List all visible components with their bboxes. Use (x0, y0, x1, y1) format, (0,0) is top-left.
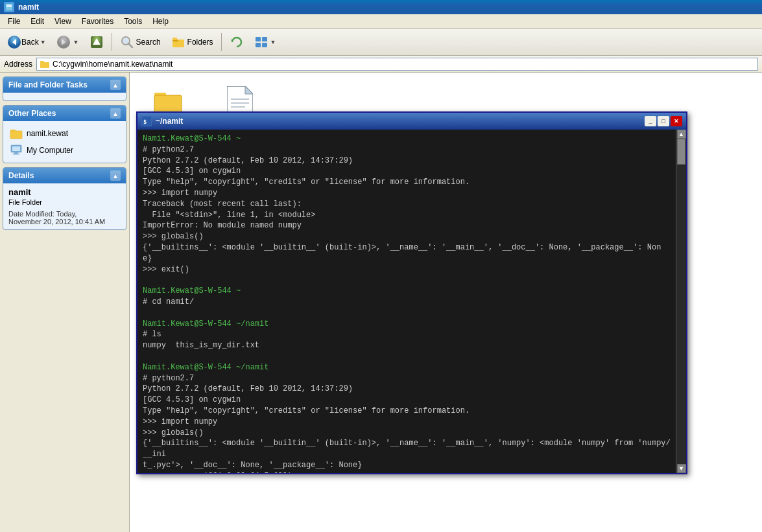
terminal-title-area: $ ~/namit (141, 116, 183, 126)
details-name: namit (8, 187, 121, 197)
back-button[interactable]: Back ▼ (3, 32, 51, 52)
svg-rect-17 (256, 43, 261, 47)
details-date-label: Date Modified: Today, November 20, 2012,… (8, 210, 121, 226)
svg-text:$: $ (143, 119, 147, 125)
sidebar-item-my-computer[interactable]: My Computer (8, 142, 121, 159)
refresh-button[interactable] (225, 32, 248, 52)
terminal-titlebar: $ ~/namit _ □ ✕ (137, 113, 686, 130)
up-button[interactable] (85, 32, 108, 52)
file-folder-tasks-title: File and Folder Tasks (8, 80, 88, 89)
term-line-1: Namit.Kewat@S-W-544 ~ (143, 133, 671, 145)
term-line-16: # cd namit/ (143, 297, 671, 308)
terminal-icon: $ (141, 116, 152, 126)
term-line-26: Type "help", "copyright", "credits" or "… (143, 406, 671, 417)
term-line-10: >>> globals() (143, 231, 671, 242)
refresh-icon (230, 35, 244, 49)
menu-file[interactable]: File (3, 16, 25, 27)
svg-rect-13 (173, 38, 177, 40)
term-line-29: {'__builtins__': <module '__builtin__' (… (143, 438, 671, 460)
search-icon (120, 35, 134, 49)
menu-favorites[interactable]: Favorites (77, 16, 119, 27)
term-line-11: {'__builtins__': <module '__builtin__' (… (143, 242, 671, 253)
term-line-20: numpy this_is_my_dir.txt (143, 340, 671, 351)
folders-label: Folders (187, 38, 213, 47)
menu-view[interactable]: View (49, 16, 77, 27)
terminal-controls: _ □ ✕ (645, 116, 682, 126)
details-collapse[interactable]: ▲ (110, 170, 121, 181)
term-line-15: Namit.Kewat@S-W-544 ~ (143, 286, 671, 297)
terminal-minimize-button[interactable]: _ (645, 116, 656, 126)
sidebar-item-my-computer-label: My Computer (27, 146, 73, 155)
file-folder-tasks-collapse[interactable]: ▲ (110, 80, 121, 90)
term-line-22: Namit.Kewat@S-W-544 ~/namit (143, 362, 671, 373)
scrollbar-up-arrow[interactable]: ▲ (677, 130, 686, 139)
folders-button[interactable]: Folders (167, 32, 218, 52)
svg-rect-26 (14, 152, 18, 154)
search-button[interactable]: Search (115, 32, 165, 52)
toolbar-separator-2 (221, 33, 222, 51)
other-places-body: namit.kewat My Computer (3, 121, 126, 163)
back-dropdown-arrow[interactable]: ▼ (40, 39, 46, 45)
search-label: Search (136, 38, 161, 47)
details-body: namit File Folder Date Modified: Today, … (3, 183, 126, 229)
address-field[interactable]: C:\cygwin\home\namit.kewat\namit (36, 58, 758, 71)
details-header[interactable]: Details ▲ (3, 168, 126, 183)
terminal-body[interactable]: Namit.Kewat@S-W-544 ~ # python2.7 Python… (137, 130, 676, 473)
scrollbar-thumb[interactable] (677, 139, 685, 165)
term-line-8: File "<stdin>", line 1, in <module> (143, 210, 671, 221)
other-places-title: Other Places (8, 109, 56, 118)
svg-rect-22 (10, 130, 16, 132)
menu-tools[interactable]: Tools (119, 16, 147, 27)
svg-rect-15 (256, 37, 261, 41)
svg-rect-16 (262, 37, 267, 41)
term-line-21 (143, 351, 671, 362)
folder-icon (10, 127, 23, 140)
scrollbar-down-arrow[interactable]: ▼ (677, 464, 686, 473)
up-icon (89, 35, 104, 49)
term-line-24: Python 2.7.2 (default, Feb 10 2012, 14:3… (143, 384, 671, 395)
svg-rect-21 (10, 131, 22, 139)
views-dropdown-arrow[interactable]: ▼ (270, 39, 276, 45)
svg-rect-27 (13, 154, 19, 155)
file-folder-tasks-header[interactable]: File and Folder Tasks ▲ (3, 77, 126, 93)
address-folder-icon (40, 59, 50, 69)
term-line-23: # python2.7 (143, 373, 671, 384)
toolbar: Back ▼ ▼ (0, 29, 762, 56)
term-line-6: >>> import numpy (143, 188, 671, 199)
back-icon (7, 35, 21, 49)
other-places-header[interactable]: Other Places ▲ (3, 106, 126, 121)
sidebar: File and Folder Tasks ▲ Other Places ▲ (0, 73, 130, 532)
forward-dropdown-arrow[interactable]: ▼ (73, 39, 79, 45)
details-type: File Folder (8, 198, 121, 206)
term-line-7: Traceback (most recent call last): (143, 199, 671, 210)
terminal-title: ~/namit (156, 117, 183, 126)
term-line-14 (143, 275, 671, 286)
views-button[interactable]: ▼ (250, 32, 281, 52)
menu-edit[interactable]: Edit (25, 16, 49, 27)
svg-rect-1 (6, 5, 12, 7)
terminal-close-button[interactable]: ✕ (671, 116, 682, 126)
forward-button[interactable]: ▼ (52, 32, 84, 52)
svg-point-10 (123, 38, 128, 43)
svg-rect-20 (40, 61, 44, 63)
term-line-31: >>> x = array([[1,2,3],[4,5,6]]) (143, 471, 671, 473)
terminal-maximize-button[interactable]: □ (658, 116, 669, 126)
scrollbar-track[interactable] (676, 139, 686, 464)
folders-icon (171, 35, 185, 49)
window-icon (4, 2, 14, 12)
main-layout: File and Folder Tasks ▲ Other Places ▲ (0, 73, 762, 532)
term-line-27: >>> import numpy (143, 417, 671, 428)
sidebar-item-namit-kewat[interactable]: namit.kewat (8, 125, 121, 142)
other-places-collapse[interactable]: ▲ (110, 108, 121, 119)
file-folder-tasks-panel: File and Folder Tasks ▲ (3, 76, 126, 101)
menu-help[interactable]: Help (147, 16, 174, 27)
term-line-9: ImportError: No module named numpy (143, 220, 671, 231)
views-icon (254, 35, 268, 49)
term-line-5: Type "help", "copyright", "credits" or "… (143, 177, 671, 188)
content-area: numpy this_is_my_dir.txt Text Document 0… (130, 73, 762, 532)
svg-marker-32 (245, 86, 253, 94)
computer-icon (10, 144, 23, 157)
back-label: Back (21, 38, 39, 47)
toolbar-separator-1 (112, 33, 112, 51)
terminal-scrollbar[interactable]: ▲ ▼ (676, 130, 686, 473)
